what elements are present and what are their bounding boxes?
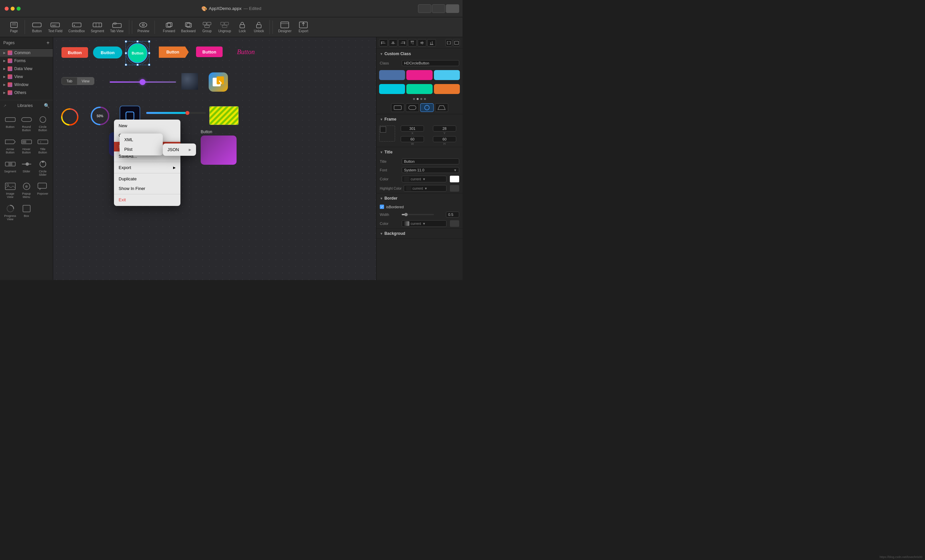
lib-item-button[interactable]: Button [3, 113, 18, 134]
dot-1[interactable] [413, 98, 415, 100]
frame-w-input[interactable] [401, 136, 424, 142]
shape-custom[interactable] [435, 103, 448, 112]
lib-item-title-button[interactable]: T Title Button [35, 135, 50, 156]
border-header[interactable]: ▼ Border [377, 193, 462, 203]
lib-item-round-button[interactable]: Round Button [19, 113, 34, 134]
lib-item-popover[interactable]: Popover [35, 180, 50, 201]
minimize-button[interactable] [11, 7, 15, 11]
lib-item-arrow-button[interactable]: Arrow Button [3, 135, 18, 156]
toolbar-textfield[interactable]: ABC Text Field [45, 20, 65, 34]
ctx-show-in-finer[interactable]: Show In Finer [114, 184, 181, 193]
align-center-h[interactable] [389, 39, 398, 47]
toolbar-forward[interactable]: Forward [160, 20, 178, 34]
toolbar-designer[interactable]: Designer [276, 20, 294, 34]
canvas-slider[interactable] [110, 81, 176, 83]
toolbar-segment[interactable]: Segment [88, 20, 107, 34]
search-icon[interactable]: 🔍 [44, 103, 50, 108]
canvas-button-circle[interactable]: Button [128, 43, 148, 63]
maximize-button[interactable] [17, 7, 21, 11]
canvas-progress-circle[interactable]: 50% [90, 105, 110, 126]
class-select[interactable]: HDCircleButton [402, 60, 459, 66]
lib-item-popup-menu[interactable]: ⊕ Popup Menu [19, 180, 34, 201]
sidebar-item-common[interactable]: ▶ Common [0, 49, 53, 57]
lib-item-slider[interactable]: Slider [19, 157, 34, 178]
canvas-button-arrow[interactable]: Button [159, 47, 189, 58]
submenu-plist[interactable]: Plist [120, 145, 163, 154]
layout-btn-3[interactable] [446, 5, 459, 13]
ctx-export[interactable]: Export ▶ [114, 163, 181, 172]
toolbar-backward[interactable]: Backward [178, 20, 198, 34]
shape-circle[interactable] [420, 103, 434, 112]
toolbar-unlock[interactable]: Unlock [251, 20, 267, 34]
frame-y-input[interactable] [433, 126, 456, 131]
lib-item-segment[interactable]: Segment [3, 157, 18, 178]
frame-header[interactable]: ▼ Frame [377, 114, 462, 124]
toolbar-button[interactable]: Button [29, 20, 45, 34]
align-bottom[interactable] [427, 39, 436, 47]
background-header[interactable]: ▼ Backgroud [377, 229, 462, 238]
canvas-button-italic[interactable]: Button [233, 46, 259, 58]
canvas-tab-control[interactable]: Tab View [62, 77, 94, 85]
swatch-teal[interactable] [379, 84, 405, 94]
submenu-json[interactable]: JSON ▶ [163, 145, 196, 154]
toolbar-page[interactable]: Page [6, 20, 22, 34]
canvas-button-red[interactable]: Button [62, 47, 88, 58]
custom-class-header[interactable]: ▼ Custom Class [377, 49, 462, 59]
border-color-picker[interactable]: current ▼ [402, 220, 447, 227]
lib-item-progress-view[interactable]: Progress View [3, 202, 18, 223]
is-bordered-checkbox[interactable] [380, 205, 384, 209]
toolbar-group[interactable]: Group [199, 20, 215, 34]
width-slider[interactable] [402, 212, 444, 217]
tab-tab[interactable]: Tab [62, 77, 77, 85]
lib-item-hover-button[interactable]: Hover Button [19, 135, 34, 156]
submenu-xml[interactable]: XML [120, 135, 163, 145]
canvas[interactable]: Button Button Button Button Button [53, 37, 376, 280]
align-right[interactable] [398, 39, 407, 47]
shape-pill[interactable] [406, 103, 419, 112]
lib-item-box[interactable]: Box [19, 202, 34, 223]
title-header[interactable]: ▼ Title [377, 147, 462, 157]
sidebar-item-others[interactable]: ▶ Others [0, 89, 53, 97]
lib-item-image-view[interactable]: Image View [3, 180, 18, 201]
align-left[interactable] [379, 39, 388, 47]
border-width-input[interactable] [446, 212, 459, 218]
sidebar-item-window[interactable]: ▶ Window [0, 81, 53, 89]
close-button[interactable] [5, 7, 9, 11]
lib-item-circle-button[interactable]: Circle Button [35, 113, 50, 134]
sidebar-item-view[interactable]: ▶ View [0, 73, 53, 81]
dot-3[interactable] [420, 98, 422, 100]
align-top[interactable] [408, 39, 417, 47]
layout-btn-1[interactable] [418, 5, 431, 13]
ctx-exit[interactable]: Exit [114, 195, 181, 205]
canvas-striped[interactable] [209, 106, 238, 125]
expand-icon[interactable]: ↗ [3, 104, 6, 108]
swatch-cyan[interactable] [434, 70, 460, 80]
size-expand[interactable] [453, 39, 460, 47]
layout-btn-2[interactable] [432, 5, 445, 13]
ctx-duplicate[interactable]: Duplicate [114, 174, 181, 184]
add-page-button[interactable]: + [47, 40, 50, 46]
ctx-new[interactable]: New [114, 121, 181, 131]
size-fit[interactable] [446, 39, 452, 47]
dot-2[interactable] [417, 98, 419, 100]
color-picker[interactable]: current ▼ [402, 176, 447, 182]
toolbar-export[interactable]: Export [295, 20, 311, 34]
swatch-green[interactable] [406, 84, 432, 94]
sidebar-item-dataview[interactable]: ▶ Data View [0, 65, 53, 73]
toolbar-tabview[interactable]: Tab View [107, 20, 126, 34]
toolbar-ungroup[interactable]: Ungroup [215, 20, 234, 34]
frame-h-input[interactable] [433, 136, 456, 142]
dot-4[interactable] [424, 98, 426, 100]
toolbar-lock[interactable]: Lock [234, 20, 250, 34]
canvas-button-cyan[interactable]: Button [93, 47, 122, 59]
swatch-orange[interactable] [434, 84, 460, 94]
canvas-app-icon[interactable] [209, 72, 228, 92]
tab-view[interactable]: View [77, 77, 94, 85]
highlight-color-picker[interactable]: current ▼ [404, 185, 447, 192]
lib-item-circle-slider[interactable]: Circle Slider [35, 157, 50, 178]
canvas-spinner[interactable] [60, 107, 80, 127]
font-select[interactable]: System 11.0 ▼ [402, 167, 459, 173]
canvas-progress-bar[interactable] [146, 112, 206, 114]
canvas-button-pink[interactable]: Button [196, 47, 223, 57]
shape-rect[interactable] [391, 103, 404, 112]
